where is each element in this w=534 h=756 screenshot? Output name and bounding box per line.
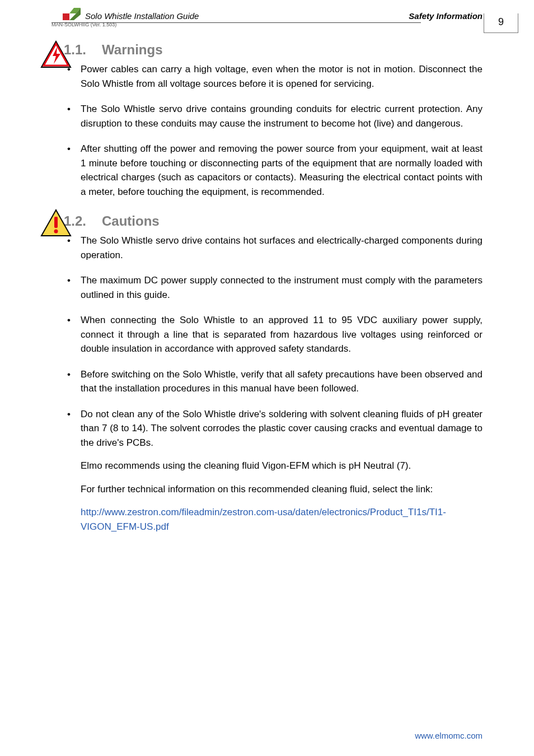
cautions-list: The Solo Whistle servo drive contains ho… <box>65 234 483 534</box>
cautions-link[interactable]: http://www.zestron.com/fileadmin/zestron… <box>81 505 483 534</box>
list-item: The Solo Whistle servo drive contains gr… <box>65 102 483 130</box>
page-header: Solo Whistle Installation Guide Safety I… <box>51 11 483 27</box>
page-number: 9 <box>484 13 518 33</box>
warnings-list: Power cables can carry a high voltage, e… <box>65 62 483 199</box>
cautions-last-main: Do not clean any of the Solo Whistle dri… <box>81 409 483 448</box>
list-item: Before switching on the Solo Whistle, ve… <box>65 367 483 396</box>
cautions-title: Cautions <box>102 213 160 228</box>
warnings-heading: 1.1.Warnings <box>64 42 483 58</box>
list-item: The Solo Whistle servo drive contains ho… <box>65 234 483 262</box>
list-item: Power cables can carry a high voltage, e… <box>65 62 483 91</box>
warnings-title: Warnings <box>102 42 162 57</box>
svg-rect-3 <box>54 217 58 228</box>
section-label: Safety Information <box>409 11 483 21</box>
list-item: Do not clean any of the Solo Whistle dri… <box>65 407 483 534</box>
cautions-heading: 1.2.Cautions <box>64 213 483 229</box>
footer-url[interactable]: www.elmomc.com <box>415 731 483 740</box>
list-item: The maximum DC power supply connected to… <box>65 273 483 302</box>
svg-point-4 <box>54 230 58 234</box>
list-item: After shutting off the power and removin… <box>65 142 483 199</box>
list-item: When connecting the Solo Whistle to an a… <box>65 313 483 356</box>
cautions-last-p2: For further technical information on thi… <box>81 482 483 497</box>
doc-title: Solo Whistle Installation Guide <box>85 11 199 21</box>
cautions-last-p1: Elmo recommends using the cleaning fluid… <box>81 459 483 473</box>
version-note: MAN-SOLWHIIG (Ver. 1.503) <box>51 22 483 27</box>
